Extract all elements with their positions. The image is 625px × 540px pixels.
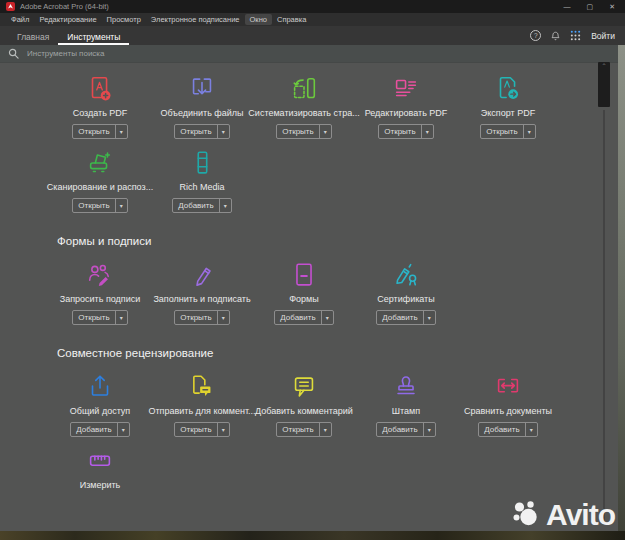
tool-action-label[interactable]: Открыть: [175, 311, 217, 324]
tool-card-measure: Измерить: [49, 445, 151, 490]
tool-card-organize-pages: Систематизировать стра... Открыть ▾: [253, 73, 355, 139]
scrollbar: ⌃: [598, 62, 610, 527]
tool-dropdown-icon[interactable]: ▾: [116, 199, 127, 212]
tool-action-button[interactable]: Открыть ▾: [276, 124, 331, 139]
help-icon[interactable]: ?: [530, 30, 541, 41]
tool-action-label[interactable]: Открыть: [73, 311, 115, 324]
tool-action-button[interactable]: Открыть ▾: [378, 124, 433, 139]
tool-label: Запросить подписи: [60, 294, 141, 304]
tool-action-label[interactable]: Открыть: [73, 199, 115, 212]
apps-grid-icon[interactable]: [570, 30, 581, 41]
tool-action-button[interactable]: Добавить ▾: [478, 422, 537, 437]
tool-card-stamp: Штамп Добавить ▾: [355, 371, 457, 437]
tool-label: Заполнить и подписать: [153, 294, 250, 304]
tool-label: Экспорт PDF: [481, 108, 535, 118]
tool-dropdown-icon[interactable]: ▾: [322, 311, 333, 324]
tool-label: Штамп: [392, 406, 420, 416]
menu-item[interactable]: Редактирование: [34, 14, 101, 25]
menu-item[interactable]: Окно: [245, 14, 272, 25]
add-comment-icon: [289, 371, 319, 403]
tool-action-button[interactable]: Добавить ▾: [70, 422, 129, 437]
tool-dropdown-icon[interactable]: ▾: [220, 199, 231, 212]
tool-label: Измерить: [80, 480, 121, 490]
acrobat-window: Adobe Acrobat Pro (64-bit) — ▢ ✕ ФайлРед…: [0, 0, 625, 531]
export-pdf-icon: [493, 73, 523, 105]
watermark-text: Avito: [546, 498, 615, 532]
tool-action-label[interactable]: Открыть: [277, 423, 319, 436]
tool-action-button[interactable]: Открыть ▾: [276, 422, 331, 437]
maximize-icon[interactable]: ▢: [587, 2, 594, 11]
tool-action-label[interactable]: Добавить: [173, 199, 219, 212]
tool-action-button[interactable]: Открыть ▾: [480, 124, 535, 139]
tool-label: Отправить для коммент...: [148, 406, 255, 416]
tool-action-label[interactable]: Открыть: [379, 125, 421, 138]
tool-grid: Создать PDF Открыть ▾ Объединить файлы О…: [49, 73, 563, 213]
search-bar: [0, 45, 625, 63]
tool-action-button[interactable]: Добавить ▾: [376, 422, 435, 437]
tool-dropdown-icon[interactable]: ▾: [116, 125, 127, 138]
compare-icon: [493, 371, 523, 403]
tool-dropdown-icon[interactable]: ▾: [424, 311, 435, 324]
tool-action-label[interactable]: Открыть: [175, 423, 217, 436]
tool-action-label[interactable]: Добавить: [275, 311, 321, 324]
tool-card-certificates: Сертификаты Добавить ▾: [355, 259, 457, 325]
tool-card-create-pdf: Создать PDF Открыть ▾: [49, 73, 151, 139]
tool-action-label[interactable]: Добавить: [377, 311, 423, 324]
scrollbar-thumb[interactable]: ⌃: [598, 62, 610, 107]
tool-dropdown-icon[interactable]: ▾: [116, 311, 127, 324]
tab-инструменты[interactable]: Инструменты: [58, 26, 129, 45]
minimize-icon[interactable]: —: [564, 2, 571, 11]
search-input[interactable]: [25, 48, 509, 59]
tool-card-send-comments: Отправить для коммент... Открыть ▾: [151, 371, 253, 437]
avito-logo-icon: [511, 499, 541, 531]
menu-item[interactable]: Электронное подписание: [146, 14, 245, 25]
tool-card-add-comment: Добавить комментарий Открыть ▾: [253, 371, 355, 437]
tool-action-button[interactable]: Открыть ▾: [72, 124, 127, 139]
menu-item[interactable]: Файл: [6, 14, 34, 25]
tool-dropdown-icon[interactable]: ▾: [320, 125, 331, 138]
tool-label: Сравнить документы: [464, 406, 552, 416]
tool-label: Систематизировать стра...: [248, 108, 359, 118]
tool-action-button[interactable]: Открыть ▾: [72, 198, 127, 213]
send-comments-icon: [187, 371, 217, 403]
tool-card-export-pdf: Экспорт PDF Открыть ▾: [457, 73, 559, 139]
sign-in-button[interactable]: Войти: [591, 31, 617, 41]
tool-action-button[interactable]: Добавить ▾: [274, 310, 333, 325]
tool-action-button[interactable]: Добавить ▾: [376, 310, 435, 325]
window-title: Adobe Acrobat Pro (64-bit): [20, 2, 564, 11]
tool-dropdown-icon[interactable]: ▾: [424, 423, 435, 436]
menu-item[interactable]: Справка: [272, 14, 311, 25]
tool-dropdown-icon[interactable]: ▾: [422, 125, 433, 138]
menu-item[interactable]: Просмотр: [102, 14, 146, 25]
tool-action-button[interactable]: Открыть ▾: [174, 422, 229, 437]
tool-card-compare: Сравнить документы Добавить ▾: [457, 371, 559, 437]
tool-action-label[interactable]: Открыть: [481, 125, 523, 138]
tool-action-label[interactable]: Открыть: [73, 125, 115, 138]
tool-action-label[interactable]: Добавить: [479, 423, 525, 436]
tool-dropdown-icon[interactable]: ▾: [118, 423, 129, 436]
tab-главная[interactable]: Главная: [8, 26, 58, 45]
menu-bar: ФайлРедактированиеПросмотрЭлектронное по…: [0, 13, 625, 26]
tool-action-label[interactable]: Открыть: [277, 125, 319, 138]
notifications-bell-icon[interactable]: [551, 31, 560, 41]
scrollbar-track[interactable]: [603, 110, 605, 523]
tool-action-label[interactable]: Добавить: [71, 423, 117, 436]
watermark: Avito: [511, 498, 615, 532]
tool-label: Формы: [289, 294, 319, 304]
tool-dropdown-icon[interactable]: ▾: [218, 125, 229, 138]
tool-action-label[interactable]: Открыть: [175, 125, 217, 138]
tool-dropdown-icon[interactable]: ▾: [218, 423, 229, 436]
tool-action-label[interactable]: Добавить: [377, 423, 423, 436]
tool-action-button[interactable]: Открыть ▾: [174, 310, 229, 325]
tool-action-button[interactable]: Открыть ▾: [174, 124, 229, 139]
close-icon[interactable]: ✕: [609, 2, 615, 11]
tool-dropdown-icon[interactable]: ▾: [218, 311, 229, 324]
scan-ocr-icon: [85, 147, 115, 179]
tool-action-button[interactable]: Добавить ▾: [172, 198, 231, 213]
tool-dropdown-icon[interactable]: ▾: [320, 423, 331, 436]
tool-dropdown-icon[interactable]: ▾: [524, 125, 535, 138]
tool-card-share: Общий доступ Добавить ▾: [49, 371, 151, 437]
tool-action-button[interactable]: Открыть ▾: [72, 310, 127, 325]
tool-card-request-signatures: Запросить подписи Открыть ▾: [49, 259, 151, 325]
tool-dropdown-icon[interactable]: ▾: [526, 423, 537, 436]
